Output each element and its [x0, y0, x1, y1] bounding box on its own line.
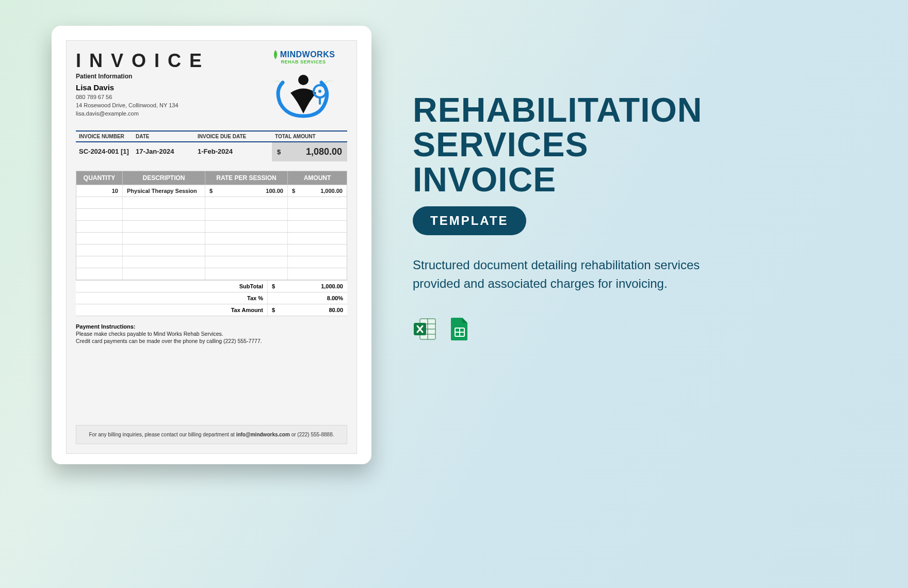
cell-desc: Physical Therapy Session — [123, 185, 205, 197]
hdr-date: DATE — [133, 132, 194, 141]
val-invoice-number: SC-2024-001 [1] — [76, 142, 133, 161]
val-date: 17-Jan-2024 — [133, 142, 194, 161]
format-icons — [413, 317, 805, 341]
promo-title: REHABILITATION SERVICES INVOICE — [413, 93, 805, 197]
logo-text-sub: REHAB SERVICES — [260, 59, 347, 64]
invoice-preview-card: INVOICE Patient Information Lisa Davis 0… — [52, 26, 371, 464]
table-row — [76, 268, 347, 280]
summary-tax-amount: Tax Amount $80.00 — [76, 304, 347, 316]
google-sheets-icon[interactable] — [447, 317, 472, 341]
invoice-title: INVOICE — [76, 50, 210, 72]
line-items-table: QUANTITY DESCRIPTION RATE PER SESSION AM… — [76, 171, 347, 280]
payment-line1: Please make checks payable to Mind Works… — [76, 331, 347, 337]
patient-phone: 080 789 67 56 — [76, 94, 210, 100]
total-currency-symbol: $ — [277, 148, 281, 156]
col-qty: QUANTITY — [76, 171, 123, 185]
payment-instructions-heading: Payment Instructions: — [76, 323, 347, 330]
cell-amount: $1,000.00 — [288, 185, 347, 197]
patient-email: lisa.davis@example.com — [76, 110, 210, 117]
promo-panel: REHABILITATION SERVICES INVOICE TEMPLATE… — [413, 93, 805, 341]
cell-rate: $100.00 — [205, 185, 288, 197]
logo-text-main: MINDWORKS — [280, 50, 335, 59]
table-row — [76, 256, 347, 268]
table-row — [76, 232, 347, 244]
patient-name: Lisa Davis — [76, 83, 210, 92]
svg-point-0 — [298, 75, 309, 85]
leaf-icon — [272, 50, 279, 59]
footer-contact: For any billing inquiries, please contac… — [76, 425, 347, 444]
excel-icon[interactable] — [413, 317, 437, 341]
total-value: 1,080.00 — [306, 146, 342, 157]
col-desc: DESCRIPTION — [123, 171, 205, 185]
invoice-sheet: INVOICE Patient Information Lisa Davis 0… — [66, 40, 357, 454]
summary-tax-pct: Tax % 8.00% — [76, 292, 347, 304]
payment-line2: Credit card payments can be made over th… — [76, 338, 347, 344]
hdr-due-date: INVOICE DUE DATE — [194, 132, 272, 141]
svg-point-2 — [318, 90, 321, 93]
company-logo: MINDWORKS REHAB SERVICES — [260, 50, 347, 123]
col-rate: RATE PER SESSION — [205, 171, 288, 185]
table-row: 10 Physical Therapy Session $100.00 $1,0… — [76, 185, 347, 197]
col-amount: AMOUNT — [288, 171, 347, 185]
meta-value-row: SC-2024-001 [1] 17-Jan-2024 1-Feb-2024 $… — [76, 142, 347, 161]
table-row — [76, 220, 347, 232]
hdr-total-amount: TOTAL AMOUNT — [272, 132, 347, 141]
summary-subtotal: SubTotal $1,000.00 — [76, 280, 347, 292]
table-row — [76, 197, 347, 208]
logo-figure-icon — [272, 64, 334, 121]
hdr-invoice-number: INVOICE NUMBER — [76, 132, 133, 141]
cell-qty: 10 — [76, 185, 123, 197]
patient-address: 14 Rosewood Drive, Collinwood, NY 134 — [76, 102, 210, 108]
table-row — [76, 208, 347, 220]
patient-info-heading: Patient Information — [76, 73, 210, 80]
promo-description: Structured document detailing rehabilita… — [413, 256, 722, 293]
summary-section: SubTotal $1,000.00 Tax % 8.00% Tax Amoun… — [76, 280, 347, 316]
meta-header-row: INVOICE NUMBER DATE INVOICE DUE DATE TOT… — [76, 130, 347, 142]
val-total-amount: $ 1,080.00 — [272, 142, 347, 161]
val-due-date: 1-Feb-2024 — [194, 142, 272, 161]
table-row — [76, 244, 347, 256]
table-header-row: QUANTITY DESCRIPTION RATE PER SESSION AM… — [76, 171, 347, 185]
template-badge: TEMPLATE — [413, 206, 526, 235]
